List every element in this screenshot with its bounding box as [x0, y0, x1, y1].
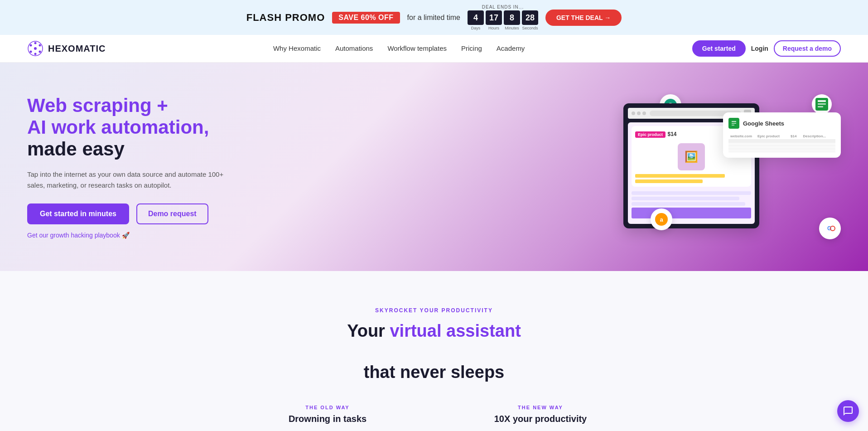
- product-price: $14: [667, 131, 676, 137]
- hero-growth-link[interactable]: Get our growth hacking playbook 🚀: [27, 232, 263, 239]
- nav-links: Why Hexomatic Automations Workflow templ…: [273, 44, 525, 53]
- save-badge: SAVE 60% OFF: [332, 12, 400, 24]
- hero-section: Web scraping + AI work automation, made …: [0, 63, 868, 271]
- table-row: [728, 140, 835, 143]
- col-product: Epic product: [756, 133, 789, 140]
- hero-buttons: Get started in minutes Demo request: [27, 203, 263, 224]
- chat-bubble[interactable]: [837, 400, 859, 422]
- svg-point-5: [30, 51, 32, 53]
- hero-title: Web scraping + AI work automation, made …: [27, 95, 263, 160]
- hero-title-line1: Web scraping +: [27, 95, 168, 116]
- bar-1: [635, 174, 725, 178]
- nav-item-pricing[interactable]: Pricing: [461, 44, 482, 52]
- timer-seconds: 28 Seconds: [522, 10, 538, 30]
- amazon-icon: a: [651, 208, 672, 230]
- minutes-value: 8: [504, 10, 520, 25]
- bar-2: [635, 179, 703, 183]
- sheets-icon: [728, 118, 739, 129]
- svg-point-2: [39, 44, 41, 47]
- hero-subtitle: Tap into the internet as your own data s…: [27, 169, 227, 191]
- hero-left: Web scraping + AI work automation, made …: [27, 95, 263, 239]
- sheets-header: Google Sheets: [728, 118, 835, 129]
- svg-point-3: [39, 51, 41, 53]
- svg-point-6: [30, 44, 32, 47]
- new-way-col: THE NEW WAY 10X your productivity 1 Capt…: [443, 405, 638, 431]
- nav-item-workflow[interactable]: Workflow templates: [387, 44, 447, 52]
- svg-rect-13: [732, 125, 734, 126]
- flash-promo-text: FLASH PROMO: [246, 12, 325, 24]
- old-way-heading: Drowning in tasks: [230, 414, 425, 424]
- google-sheets-float-icon: [812, 94, 832, 114]
- hero-cta-secondary-button[interactable]: Demo request: [136, 203, 208, 224]
- timer-hours: 17 Hours: [486, 10, 502, 30]
- days-label: Days: [471, 26, 481, 30]
- logo-icon: [27, 40, 43, 57]
- get-deal-button[interactable]: GET THE DEAL →: [545, 10, 622, 26]
- nav-item-academy[interactable]: Academy: [497, 44, 525, 52]
- col-website: website.com: [728, 133, 756, 140]
- table-row: [728, 149, 835, 152]
- deal-timer: DEAL ENDS IN... 4 Days 17 Hours 8 Minute…: [468, 5, 538, 30]
- deal-ends-label: DEAL ENDS IN...: [482, 5, 524, 10]
- logo-text: HEXOMATIC: [48, 44, 106, 54]
- hero-title-line2: AI work automation,: [27, 116, 209, 138]
- nav-item-automations[interactable]: Automations: [335, 44, 373, 52]
- sheets-mockup: Google Sheets website.com Epic product $…: [723, 112, 841, 158]
- browser-dot-2: [637, 111, 641, 115]
- google-icon: G: [819, 218, 841, 239]
- svg-rect-17: [818, 100, 826, 102]
- comparison-grid: THE OLD WAY Drowning in tasks Wasting ti…: [230, 405, 638, 431]
- browser-dots: [632, 111, 646, 115]
- nav-actions: Get started Login Request a demo: [692, 40, 841, 57]
- productivity-title: Your virtual assistant that never sleeps: [27, 321, 841, 383]
- banner-for-text: for a limited time: [407, 14, 460, 22]
- navbar: HEXOMATIC Why Hexomatic Automations Work…: [0, 35, 868, 63]
- svg-rect-11: [732, 121, 736, 122]
- sheets-title: Google Sheets: [743, 120, 784, 127]
- svg-rect-18: [818, 103, 826, 105]
- hero-illustration: G Epic product $14: [623, 94, 841, 239]
- svg-rect-12: [732, 123, 736, 124]
- svg-rect-19: [818, 106, 823, 107]
- table-row: [728, 146, 835, 149]
- seconds-value: 28: [522, 10, 538, 25]
- hours-label: Hours: [488, 26, 499, 30]
- timer-boxes: 4 Days 17 Hours 8 Minutes 28 Seconds: [468, 10, 538, 30]
- old-way-tag: THE OLD WAY: [230, 405, 425, 410]
- svg-point-7: [34, 47, 37, 50]
- sheets-table: website.com Epic product $14 Description…: [728, 133, 835, 152]
- product-bars: [635, 174, 747, 183]
- hero-cta-primary-button[interactable]: Get started in minutes: [27, 203, 129, 224]
- svg-point-1: [34, 42, 37, 44]
- old-way-col: THE OLD WAY Drowning in tasks Wasting ti…: [230, 405, 425, 431]
- nav-item-why[interactable]: Why Hexomatic: [273, 44, 321, 52]
- new-way-heading: 10X your productivity: [443, 414, 638, 424]
- col-desc: Description...: [801, 133, 835, 140]
- table-row: [728, 143, 835, 146]
- svg-text:a: a: [660, 216, 663, 223]
- hero-right: G Epic product $14: [263, 90, 841, 244]
- browser-dot-3: [642, 111, 646, 115]
- nav-login-button[interactable]: Login: [751, 45, 768, 52]
- new-way-tag: THE NEW WAY: [443, 405, 638, 410]
- minutes-label: Minutes: [505, 26, 519, 30]
- timer-days: 4 Days: [468, 10, 484, 30]
- svg-point-4: [34, 53, 37, 55]
- days-value: 4: [468, 10, 484, 25]
- hours-value: 17: [486, 10, 502, 25]
- product-badge: Epic product: [635, 131, 665, 138]
- productivity-tag: SKYROCKET YOUR PRODUCTIVITY: [27, 307, 841, 314]
- seconds-label: Seconds: [522, 26, 538, 30]
- col-price: $14: [789, 133, 801, 140]
- chat-icon: [843, 406, 854, 416]
- timer-minutes: 8 Minutes: [504, 10, 520, 30]
- browser-dot-1: [632, 111, 635, 115]
- product-image: 🖼️: [678, 143, 705, 170]
- nav-request-demo-button[interactable]: Request a demo: [774, 40, 841, 57]
- logo[interactable]: HEXOMATIC: [27, 40, 106, 57]
- hero-title-line3: made easy: [27, 138, 125, 160]
- top-banner: FLASH PROMO SAVE 60% OFF for a limited t…: [0, 0, 868, 35]
- nav-get-started-button[interactable]: Get started: [692, 40, 746, 57]
- productivity-section: SKYROCKET YOUR PRODUCTIVITY Your virtual…: [0, 271, 868, 431]
